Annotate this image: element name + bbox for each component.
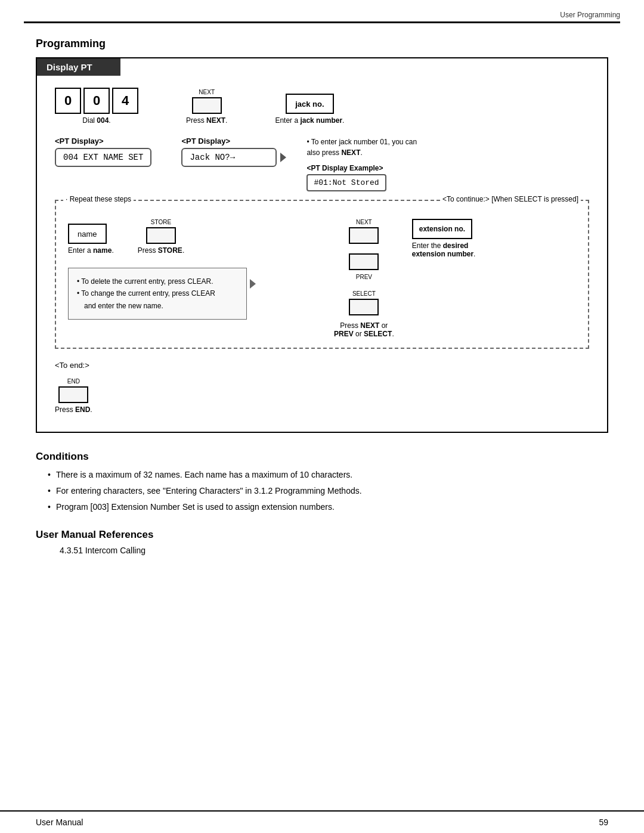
- pt-display-1-group: <PT Display> 004 EXT NAME SET: [55, 137, 151, 167]
- page-header: User Programming: [0, 0, 644, 21]
- dial-digit-1: 0: [83, 88, 110, 114]
- condition-1: There is a maximum of 32 names. Each nam…: [48, 469, 608, 481]
- end-label-above: END: [67, 378, 80, 385]
- next2-label-above: NEXT: [356, 219, 372, 225]
- top-row: 0 0 4 Dial 004. NEXT Press NEXT.: [55, 88, 589, 125]
- bullet2: • To change the current entry, press CLE…: [77, 287, 238, 299]
- extension-box: extension no.: [412, 219, 472, 239]
- display-pt-box: Display PT 0 0 4 Dial 004.: [36, 57, 608, 433]
- extension-group: extension no. Enter the desiredextension…: [412, 219, 476, 258]
- left-col: name Enter a name. STORE: [68, 219, 310, 320]
- pt-display-1-screen: 004 EXT NAME SET: [55, 148, 151, 167]
- footer-left: User Manual: [36, 817, 83, 827]
- store-key-group: STORE: [146, 219, 176, 244]
- continue-label: <To continue:> [When SELECT is pressed]: [440, 195, 581, 203]
- pt-display-2-group: <PT Display> Jack NO?→: [181, 137, 277, 167]
- repeat-label: · Repeat these steps: [63, 195, 134, 203]
- dial-group: 0 0 4 Dial 004.: [55, 88, 138, 125]
- pt-example-section: <PT Display Example> #01:Not Stored: [306, 164, 386, 191]
- name-group: name Enter a name.: [68, 224, 114, 255]
- select-key-group: SELECT: [349, 290, 379, 315]
- key-stack: NEXT PREV SELECT: [334, 219, 394, 338]
- end-caption: Press END.: [55, 405, 92, 414]
- end-button[interactable]: [58, 386, 88, 403]
- next-group: NEXT Press NEXT.: [186, 89, 227, 125]
- bullet1: • To delete the current entry, press CLE…: [77, 275, 238, 287]
- extension-caption: Enter the desiredextension number.: [412, 241, 476, 258]
- pt-example-screen: #01:Not Stored: [306, 174, 386, 191]
- store-group: STORE Press STORE.: [138, 219, 184, 255]
- select-label-above: SELECT: [352, 290, 376, 297]
- next-key-group: NEXT: [192, 89, 222, 114]
- dial-boxes: 0 0 4: [55, 88, 138, 114]
- display-pt-inner: 0 0 4 Dial 004. NEXT Press NEXT.: [37, 76, 607, 432]
- select-button[interactable]: [349, 299, 379, 315]
- middle-area: <PT Display> 004 EXT NAME SET <PT Displa…: [55, 137, 589, 191]
- display-pt-header: Display PT: [37, 58, 120, 76]
- name-box: name: [68, 224, 107, 244]
- references-title: User Manual References: [36, 529, 608, 541]
- nav-caption: Press NEXT orPREV or SELECT.: [334, 321, 394, 338]
- to-end-section: <To end:> END Press END.: [55, 361, 589, 414]
- store-button[interactable]: [146, 227, 176, 244]
- name-caption: Enter a name.: [68, 246, 114, 255]
- next-label-above: NEXT: [199, 89, 215, 95]
- store-caption: Press STORE.: [138, 246, 184, 255]
- nav-ext-row: NEXT PREV SELECT: [334, 219, 576, 338]
- bullet-box: • To delete the current entry, press CLE…: [68, 268, 247, 320]
- store-label-above: STORE: [151, 219, 171, 225]
- dial-digit-0: 0: [55, 88, 81, 114]
- programming-title: Programming: [36, 38, 608, 50]
- next-caption: Press NEXT.: [186, 116, 227, 125]
- reference-item-1: 4.3.51 Intercom Calling: [36, 546, 608, 555]
- prev-button[interactable]: [349, 253, 379, 270]
- dial-caption: Dial 004.: [82, 116, 110, 125]
- prev-label: PREV: [356, 274, 372, 280]
- next2-key-group: NEXT: [349, 219, 379, 244]
- name-action-row: name Enter a name. STORE: [68, 219, 310, 255]
- pt-display-2-screen: Jack NO?→: [181, 148, 277, 167]
- dial-digit-2: 4: [112, 88, 138, 114]
- jack-group: jack no. Enter a jack number.: [275, 94, 344, 125]
- conditions-list: There is a maximum of 32 names. Each nam…: [36, 469, 608, 513]
- pt-example-label: <PT Display Example>: [306, 164, 386, 172]
- to-end-label: <To end:>: [55, 361, 89, 370]
- pt-display-example-group: • To enter jack number 01, you can also …: [306, 137, 426, 191]
- jack-note: • To enter jack number 01, you can also …: [306, 137, 426, 158]
- next2-button[interactable]: [349, 227, 379, 244]
- jack-caption: Enter a jack number.: [275, 116, 344, 125]
- pt-display-1-label: <PT Display>: [55, 137, 151, 145]
- right-col: NEXT PREV SELECT: [334, 219, 576, 338]
- pt-display-2-label: <PT Display>: [181, 137, 277, 145]
- condition-3: Program [003] Extension Number Set is us…: [48, 501, 608, 513]
- end-key-group: END: [58, 378, 88, 403]
- condition-2: For entering characters, see "Entering C…: [48, 485, 608, 497]
- dashed-section: · Repeat these steps <To continue:> [Whe…: [55, 200, 589, 349]
- conditions-title: Conditions: [36, 451, 608, 463]
- end-group: END Press END.: [55, 378, 92, 414]
- next-button[interactable]: [192, 97, 222, 114]
- page-footer: User Manual 59: [0, 810, 644, 833]
- header-label: User Programming: [560, 11, 620, 19]
- conditions-section: Conditions There is a maximum of 32 name…: [36, 451, 608, 513]
- bullet2b: and enter the new name.: [77, 300, 238, 312]
- references-section: User Manual References 4.3.51 Intercom C…: [36, 529, 608, 555]
- jack-box: jack no.: [286, 94, 333, 114]
- dashed-inner: name Enter a name. STORE: [68, 219, 576, 338]
- footer-right: 59: [599, 817, 608, 827]
- page-content: Programming Display PT 0 0 4 Dial 004.: [0, 23, 644, 579]
